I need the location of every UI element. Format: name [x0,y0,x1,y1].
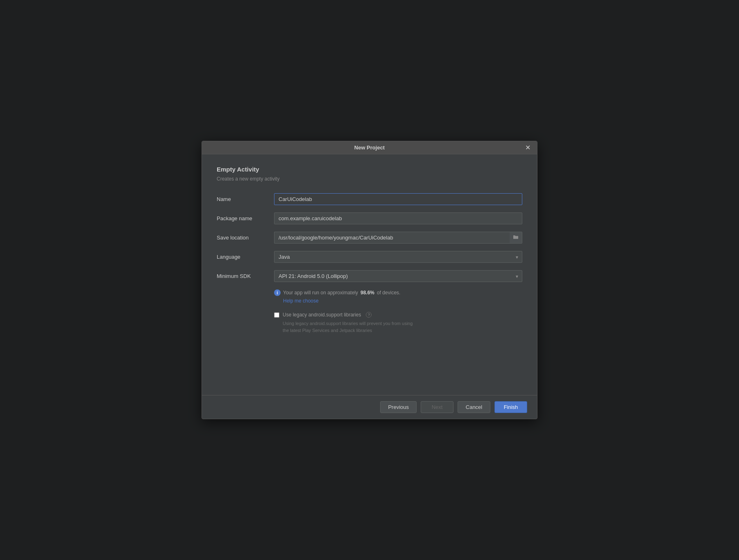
location-input[interactable] [274,232,510,244]
dialog-footer: Previous Next Cancel Finish [202,395,537,419]
language-row: Language Java Kotlin ▼ [217,251,522,263]
folder-icon [513,235,519,241]
language-select[interactable]: Java Kotlin [274,251,522,263]
previous-button[interactable]: Previous [380,401,417,413]
package-label: Package name [217,215,274,221]
checkbox-hint-line2: the latest Play Services and Jetpack lib… [283,327,522,334]
dialog-content: Empty Activity Creates a new empty activ… [202,154,537,395]
legacy-libraries-checkbox[interactable] [274,312,279,318]
next-button: Next [421,401,453,413]
name-row: Name [217,193,522,205]
package-row: Package name [217,212,522,224]
name-label: Name [217,196,274,202]
close-button[interactable]: ✕ [524,144,532,152]
info-text-after: of devices. [377,290,400,296]
checkbox-row: Use legacy android.support libraries ? [274,312,522,318]
info-icon: i [274,289,281,296]
checkbox-section: Use legacy android.support libraries ? U… [274,312,522,334]
sdk-row: Minimum SDK API 21: Android 5.0 (Lollipo… [217,270,522,282]
checkbox-hint: Using legacy android.support libraries w… [283,320,522,334]
checkbox-label: Use legacy android.support libraries [283,312,361,318]
section-title: Empty Activity [217,166,522,173]
info-line: i Your app will run on approximately 98.… [274,289,522,296]
language-label: Language [217,254,274,260]
checkbox-hint-line1: Using legacy android.support libraries w… [283,320,522,327]
dialog-title: New Project [354,145,385,151]
cancel-button[interactable]: Cancel [458,401,490,413]
info-section: i Your app will run on approximately 98.… [274,289,522,304]
sdk-label: Minimum SDK [217,273,274,279]
location-field-wrapper [274,232,522,244]
info-text-before: Your app will run on approximately [283,290,358,296]
location-label: Save location [217,235,274,241]
dialog: New Project ✕ Empty Activity Creates a n… [202,141,537,419]
section-subtitle: Creates a new empty activity [217,176,522,182]
folder-button[interactable] [510,232,522,244]
overlay: New Project ✕ Empty Activity Creates a n… [0,0,739,560]
info-icon-label: i [277,291,278,295]
finish-button[interactable]: Finish [494,401,527,413]
package-input[interactable] [274,212,522,224]
sdk-select[interactable]: API 21: Android 5.0 (Lollipop) API 23: A… [274,270,522,282]
name-input[interactable] [274,193,522,205]
info-percentage: 98.6% [360,290,374,296]
help-me-choose-link[interactable]: Help me choose [283,298,319,304]
location-row: Save location [217,232,522,244]
title-bar: New Project ✕ [202,141,537,154]
language-select-wrapper: Java Kotlin ▼ [274,251,522,263]
help-question-icon[interactable]: ? [366,312,372,318]
sdk-select-wrapper: API 21: Android 5.0 (Lollipop) API 23: A… [274,270,522,282]
